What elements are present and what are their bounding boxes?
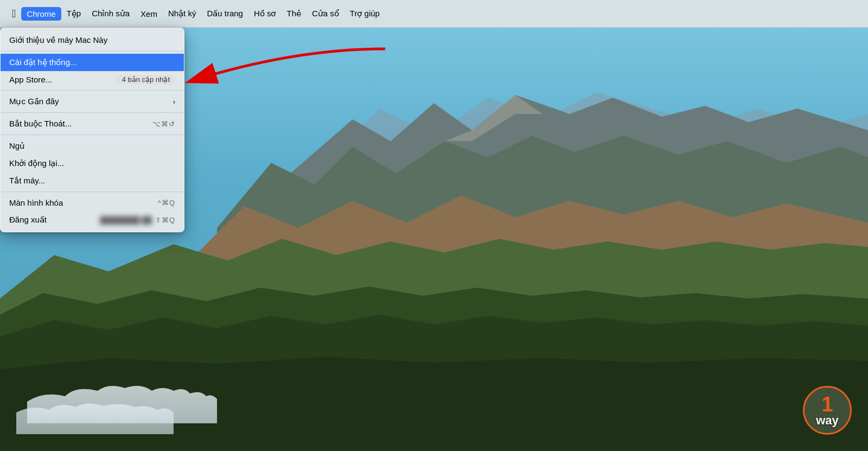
menu-item-logout-shortcut: ⇧⌘Q — [155, 216, 175, 224]
menubar-chrome[interactable]: Chrome — [21, 7, 61, 21]
menu-item-sleep[interactable]: Ngủ — [1, 137, 184, 155]
menubar-tep[interactable]: Tệp — [61, 7, 87, 21]
menu-item-sleep-label: Ngủ — [9, 141, 25, 151]
menu-item-appstore-badge: 4 bản cập nhật — [117, 75, 175, 84]
apple-menu-button[interactable]:  — [7, 5, 21, 22]
menu-item-shutdown-label: Tắt máy... — [9, 176, 45, 186]
menu-item-logout[interactable]: Đăng xuất ████████ ██ ⇧⌘Q — [1, 211, 184, 228]
menu-separator-5 — [1, 192, 184, 192]
menu-item-appstore-label: App Store... — [9, 75, 52, 84]
menubar-chinhsua[interactable]: Chỉnh sửa — [86, 7, 135, 21]
watermark-number: 1 — [821, 394, 833, 415]
menu-item-system-prefs[interactable]: Cài đặt hệ thống... — [1, 54, 184, 71]
menu-item-about-label: Giới thiệu về máy Mac Này — [9, 35, 107, 45]
menubar-hoso[interactable]: Hồ sơ — [248, 7, 282, 21]
watermark-text: way — [816, 415, 839, 427]
menu-item-force-quit-shortcut: ⌥⌘↺ — [152, 120, 175, 128]
menu-item-recent-arrow: › — [173, 98, 175, 106]
menubar-cuaso[interactable]: Cửa sổ — [307, 7, 344, 21]
menu-item-lock-label: Màn hình khóa — [9, 198, 63, 207]
menu-item-appstore[interactable]: App Store... 4 bản cập nhật — [1, 71, 184, 88]
menubar-xem[interactable]: Xem — [135, 7, 163, 21]
menu-item-recent-label: Mục Gần đây — [9, 97, 59, 106]
menu-separator-1 — [1, 51, 184, 52]
menu-item-lock[interactable]: Màn hình khóa ^⌘Q — [1, 194, 184, 211]
menu-item-restart-label: Khởi động lại... — [9, 158, 64, 168]
menu-item-logout-username: ████████ ██ — [100, 216, 152, 224]
menu-item-shutdown[interactable]: Tắt máy... — [1, 172, 184, 189]
watermark-circle: 1 way — [803, 386, 852, 435]
menu-item-about[interactable]: Giới thiệu về máy Mac Này — [1, 31, 184, 49]
menubar-nhatky[interactable]: Nhật ký — [163, 7, 202, 21]
menu-separator-3 — [1, 112, 184, 113]
menu-item-force-quit-label: Bắt buộc Thoát... — [9, 119, 72, 129]
menu-item-system-prefs-label: Cài đặt hệ thống... — [9, 58, 77, 67]
menu-item-force-quit[interactable]: Bắt buộc Thoát... ⌥⌘↺ — [1, 115, 184, 132]
menu-item-logout-right: ████████ ██ ⇧⌘Q — [100, 216, 175, 224]
menubar-the[interactable]: Thẻ — [281, 7, 307, 21]
menubar-dautrang[interactable]: Dấu trang — [201, 7, 248, 21]
watermark-logo: 1 way — [803, 386, 852, 435]
menu-item-recent[interactable]: Mục Gần đây › — [1, 93, 184, 110]
menu-item-logout-label: Đăng xuất — [9, 215, 47, 225]
menu-separator-4 — [1, 135, 184, 135]
menubar-trogiiup[interactable]: Trợ giúp — [344, 7, 385, 21]
menubar:  Chrome Tệp Chỉnh sửa Xem Nhật ký Dấu t… — [0, 0, 868, 28]
menu-item-lock-shortcut: ^⌘Q — [158, 199, 175, 207]
apple-dropdown-menu: Giới thiệu về máy Mac Này Cài đặt hệ thố… — [0, 28, 184, 232]
menu-separator-2 — [1, 90, 184, 91]
menu-item-restart[interactable]: Khởi động lại... — [1, 155, 184, 172]
